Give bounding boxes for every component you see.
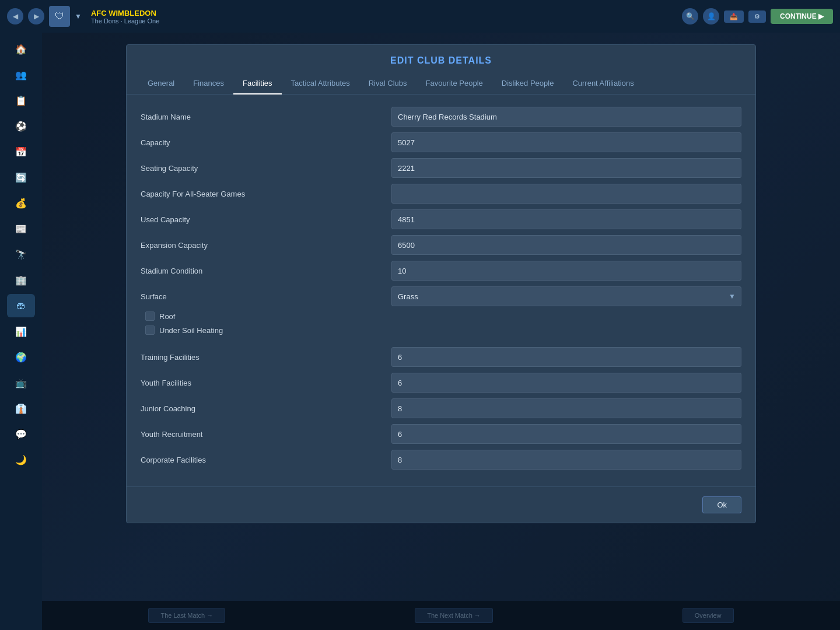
seating-capacity-row: Seating Capacity: [141, 158, 741, 178]
sidebar: 🏠 👥 📋 ⚽ 📅 🔄 💰 📰 🔭 🏢 🏟 📊 🌍 📺 👔 💬 🌙: [0, 33, 42, 630]
modal-footer: Ok: [127, 487, 755, 523]
sidebar-item-social[interactable]: 💬: [7, 422, 35, 446]
tab-rival[interactable]: Rival Clubs: [359, 73, 416, 94]
modal-title: EDIT CLUB DETAILS: [127, 45, 755, 73]
under-soil-heating-label: Under Soil Heating: [159, 326, 223, 335]
seating-capacity-label: Seating Capacity: [141, 164, 391, 173]
continue-button[interactable]: CONTINUE ▶: [771, 9, 833, 24]
sidebar-item-transfers[interactable]: 🔄: [7, 166, 35, 189]
under-soil-heating-wrapper[interactable]: Under Soil Heating: [145, 326, 223, 335]
capacity-label: Capacity: [141, 138, 391, 147]
top-bar-right: 🔍 👤 📥 ⚙ CONTINUE ▶: [682, 8, 833, 24]
top-bar: ◀ ▶ 🛡 ▼ AFC WIMBLEDON The Dons · League …: [0, 0, 840, 33]
capacity-all-seater-input[interactable]: [391, 184, 741, 204]
modal-backdrop: EDIT CLUB DETAILS General Finances Facil…: [42, 33, 840, 630]
tab-finances[interactable]: Finances: [184, 73, 233, 94]
sidebar-item-media[interactable]: 📺: [7, 371, 35, 394]
youth-recruitment-row: Youth Recruitment: [141, 424, 741, 444]
sidebar-item-news[interactable]: 📰: [7, 217, 35, 240]
tab-facilities[interactable]: Facilities: [233, 73, 282, 94]
capacity-all-seater-row: Capacity For All-Seater Games: [141, 183, 741, 204]
sidebar-item-night[interactable]: 🌙: [7, 448, 35, 471]
search-icon[interactable]: 🔍: [682, 8, 698, 24]
user-icon[interactable]: 👤: [703, 8, 719, 24]
sidebar-item-world[interactable]: 🌍: [7, 345, 35, 369]
club-subtitle: The Dons · League One: [91, 18, 677, 24]
back-icon[interactable]: ◀: [7, 8, 23, 24]
club-info: AFC WIMBLEDON The Dons · League One: [91, 9, 677, 24]
tab-bar: General Finances Facilities Tactical Att…: [127, 73, 755, 94]
sidebar-item-board[interactable]: 🏢: [7, 268, 35, 292]
surface-select[interactable]: Grass Artificial Hybrid: [391, 286, 741, 306]
sidebar-item-finances[interactable]: 💰: [7, 191, 35, 215]
youth-facilities-label: Youth Facilities: [141, 379, 391, 387]
club-name: AFC WIMBLEDON: [91, 9, 677, 18]
sidebar-item-club[interactable]: 🏟: [7, 294, 35, 317]
inbox-btn[interactable]: 📥: [724, 10, 744, 23]
sidebar-item-matches[interactable]: 📅: [7, 140, 35, 163]
roof-label: Roof: [159, 312, 175, 321]
youth-facilities-input[interactable]: [391, 373, 741, 393]
youth-facilities-row: Youth Facilities: [141, 372, 741, 393]
corporate-facilities-row: Corporate Facilities: [141, 449, 741, 470]
tab-general[interactable]: General: [138, 73, 184, 94]
stadium-condition-row: Stadium Condition: [141, 260, 741, 281]
training-facilities-label: Training Facilities: [141, 353, 391, 362]
stadium-name-label: Stadium Name: [141, 113, 391, 121]
capacity-input[interactable]: [391, 132, 741, 152]
sidebar-item-stats[interactable]: 📊: [7, 320, 35, 343]
corporate-facilities-label: Corporate Facilities: [141, 456, 391, 464]
ok-button[interactable]: Ok: [702, 496, 741, 513]
used-capacity-label: Used Capacity: [141, 215, 391, 224]
under-soil-heating-checkbox[interactable]: [145, 326, 155, 335]
junior-coaching-input[interactable]: [391, 398, 741, 418]
tab-tactical[interactable]: Tactical Attributes: [282, 73, 359, 94]
tab-disliked[interactable]: Disliked People: [492, 73, 564, 94]
surface-row: Surface Grass Artificial Hybrid ▼: [141, 286, 741, 307]
used-capacity-row: Used Capacity: [141, 209, 741, 230]
capacity-all-seater-label: Capacity For All-Seater Games: [141, 190, 391, 198]
stadium-condition-input[interactable]: [391, 261, 741, 281]
sidebar-item-training[interactable]: ⚽: [7, 114, 35, 138]
sidebar-item-squad[interactable]: 👥: [7, 63, 35, 86]
tab-favourite[interactable]: Favourite People: [416, 73, 492, 94]
youth-recruitment-label: Youth Recruitment: [141, 430, 391, 439]
surface-select-wrapper: Grass Artificial Hybrid ▼: [391, 286, 741, 306]
corporate-facilities-input[interactable]: [391, 450, 741, 470]
forward-icon[interactable]: ▶: [28, 8, 44, 24]
stadium-name-row: Stadium Name: [141, 106, 741, 127]
stadium-condition-label: Stadium Condition: [141, 267, 391, 275]
used-capacity-input[interactable]: [391, 209, 741, 229]
youth-recruitment-input[interactable]: [391, 424, 741, 444]
sidebar-item-scouting[interactable]: 🔭: [7, 243, 35, 266]
sidebar-item-staff[interactable]: 👔: [7, 397, 35, 420]
club-badge: 🛡: [49, 6, 70, 27]
settings-btn[interactable]: ⚙: [748, 10, 766, 23]
edit-club-modal: EDIT CLUB DETAILS General Finances Facil…: [126, 44, 756, 523]
expansion-capacity-input[interactable]: [391, 235, 741, 255]
training-facilities-row: Training Facilities: [141, 346, 741, 368]
roof-checkbox[interactable]: [145, 312, 155, 321]
section-divider: [141, 340, 741, 346]
surface-label: Surface: [141, 292, 391, 301]
junior-coaching-row: Junior Coaching: [141, 398, 741, 419]
seating-capacity-input[interactable]: [391, 158, 741, 178]
expansion-capacity-row: Expansion Capacity: [141, 235, 741, 256]
capacity-row: Capacity: [141, 132, 741, 153]
form-content: Stadium Name Capacity Seating Capacity C…: [127, 94, 755, 487]
under-soil-heating-row: Under Soil Heating: [141, 326, 741, 335]
sidebar-item-home[interactable]: 🏠: [7, 37, 35, 61]
junior-coaching-label: Junior Coaching: [141, 404, 391, 413]
training-facilities-input[interactable]: [391, 347, 741, 367]
roof-checkbox-wrapper[interactable]: Roof: [145, 312, 175, 321]
sidebar-item-tactics[interactable]: 📋: [7, 89, 35, 112]
expansion-capacity-label: Expansion Capacity: [141, 241, 391, 250]
club-toggle-icon: ▼: [75, 12, 82, 20]
tab-affiliations[interactable]: Current Affiliations: [563, 73, 643, 94]
roof-row: Roof: [141, 312, 741, 321]
stadium-name-input[interactable]: [391, 107, 741, 127]
